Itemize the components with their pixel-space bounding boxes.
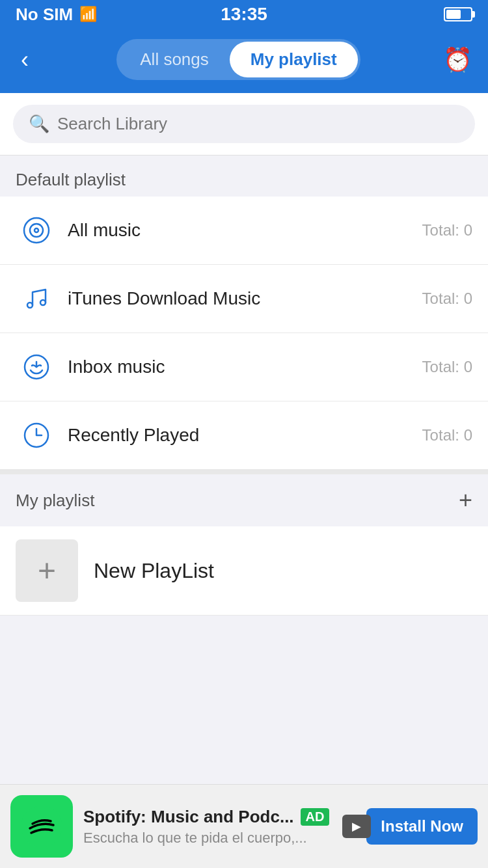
status-left: No SIM 📶 bbox=[16, 5, 97, 25]
tab-my-playlist[interactable]: My playlist bbox=[230, 42, 358, 77]
svg-point-4 bbox=[40, 300, 46, 305]
battery-icon bbox=[444, 7, 472, 21]
playlist-item-all-music[interactable]: All music Total: 0 bbox=[0, 197, 488, 265]
all-music-label: All music bbox=[68, 220, 422, 241]
install-button[interactable]: Install Now bbox=[366, 808, 478, 845]
music-note-icon bbox=[16, 278, 57, 319]
ad-subtitle: Escucha lo que te pida el cuerpo,... bbox=[83, 830, 356, 847]
search-section: 🔍 bbox=[0, 93, 488, 156]
itunes-total: Total: 0 bbox=[422, 290, 472, 308]
default-playlist-section-header: Default playlist bbox=[0, 156, 488, 197]
carrier-label: No SIM bbox=[16, 5, 73, 25]
battery-fill bbox=[446, 10, 461, 19]
search-input[interactable] bbox=[57, 114, 459, 134]
all-music-total: Total: 0 bbox=[422, 221, 472, 239]
new-playlist-label: New PlayList bbox=[94, 559, 214, 583]
ad-content: Spotify: Music and Podc... AD Escucha lo… bbox=[83, 807, 356, 847]
search-bar: 🔍 bbox=[13, 105, 475, 143]
new-playlist-item[interactable]: + New PlayList bbox=[0, 526, 488, 616]
itunes-label: iTunes Download Music bbox=[68, 288, 422, 309]
disc-icon bbox=[16, 210, 57, 251]
svg-point-3 bbox=[27, 303, 33, 308]
add-playlist-button[interactable]: + bbox=[459, 489, 472, 512]
inbox-label: Inbox music bbox=[68, 357, 422, 377]
inbox-music-icon bbox=[16, 346, 57, 388]
new-playlist-plus-icon: + bbox=[38, 555, 56, 586]
recently-played-label: Recently Played bbox=[68, 425, 422, 446]
my-playlist-title: My playlist bbox=[16, 491, 94, 511]
search-icon: 🔍 bbox=[29, 114, 49, 134]
recently-played-total: Total: 0 bbox=[422, 426, 472, 444]
svg-point-0 bbox=[24, 218, 49, 243]
svg-point-7 bbox=[21, 806, 62, 847]
playlist-item-itunes[interactable]: iTunes Download Music Total: 0 bbox=[0, 265, 488, 333]
svg-point-1 bbox=[30, 224, 43, 237]
my-playlist-header: My playlist + bbox=[0, 469, 488, 526]
inbox-total: Total: 0 bbox=[422, 358, 472, 376]
svg-point-2 bbox=[34, 228, 38, 232]
default-playlist-list: All music Total: 0 iTunes Download Music… bbox=[0, 197, 488, 469]
tab-group: All songs My playlist bbox=[116, 39, 360, 80]
playlist-item-inbox[interactable]: Inbox music Total: 0 bbox=[0, 333, 488, 401]
ad-badge: AD bbox=[301, 808, 330, 826]
ad-play-button[interactable]: ▶ bbox=[342, 815, 371, 838]
content-area: 🔍 Default playlist All music Total: 0 bbox=[0, 93, 488, 707]
spotify-app-icon bbox=[10, 795, 73, 858]
header-nav: ‹ All songs My playlist ⏰ bbox=[0, 29, 488, 93]
play-icon: ▶ bbox=[352, 819, 361, 834]
status-right bbox=[444, 7, 472, 21]
status-time: 13:35 bbox=[221, 4, 267, 25]
back-button[interactable]: ‹ bbox=[16, 44, 34, 76]
alarm-button[interactable]: ⏰ bbox=[443, 46, 472, 74]
wifi-icon: 📶 bbox=[79, 6, 97, 23]
status-bar: No SIM 📶 13:35 bbox=[0, 0, 488, 29]
ad-banner: Spotify: Music and Podc... AD Escucha lo… bbox=[0, 784, 488, 868]
clock-icon bbox=[16, 414, 57, 456]
tab-all-songs[interactable]: All songs bbox=[119, 42, 230, 77]
playlist-item-recently-played[interactable]: Recently Played Total: 0 bbox=[0, 401, 488, 469]
ad-app-name: Spotify: Music and Podc... bbox=[83, 807, 294, 827]
ad-title: Spotify: Music and Podc... AD bbox=[83, 807, 356, 827]
new-playlist-icon: + bbox=[16, 539, 78, 602]
